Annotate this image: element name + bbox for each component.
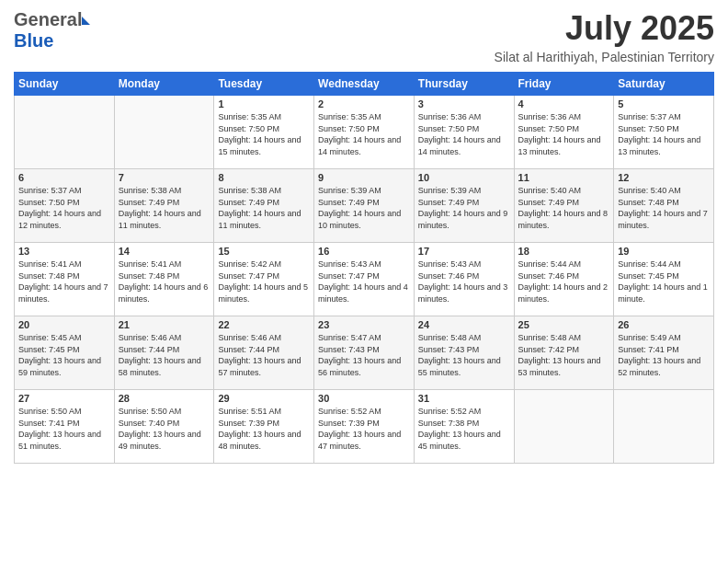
logo-general-text: General: [14, 9, 82, 30]
day-info: Sunrise: 5:36 AM Sunset: 7:50 PM Dayligh…: [518, 111, 610, 157]
header-monday: Monday: [114, 73, 214, 96]
calendar-cell: 10Sunrise: 5:39 AM Sunset: 7:49 PM Dayli…: [414, 169, 514, 243]
calendar-cell: 31Sunrise: 5:52 AM Sunset: 7:38 PM Dayli…: [414, 390, 514, 464]
calendar-cell: 19Sunrise: 5:44 AM Sunset: 7:45 PM Dayli…: [614, 243, 714, 316]
day-number: 23: [318, 319, 410, 330]
calendar-cell: 20Sunrise: 5:45 AM Sunset: 7:45 PM Dayli…: [15, 316, 115, 390]
day-number: 16: [318, 246, 410, 257]
calendar-page: General Blue July 2025 Silat al Harithiy…: [0, 0, 728, 563]
day-number: 29: [218, 393, 310, 404]
calendar-cell: 9Sunrise: 5:39 AM Sunset: 7:49 PM Daylig…: [314, 169, 415, 243]
calendar-cell: 3Sunrise: 5:36 AM Sunset: 7:50 PM Daylig…: [414, 96, 514, 169]
day-info: Sunrise: 5:38 AM Sunset: 7:49 PM Dayligh…: [119, 185, 210, 231]
calendar-table: Sunday Monday Tuesday Wednesday Thursday…: [14, 72, 714, 464]
day-info: Sunrise: 5:43 AM Sunset: 7:47 PM Dayligh…: [318, 259, 410, 304]
day-info: Sunrise: 5:35 AM Sunset: 7:50 PM Dayligh…: [218, 111, 310, 157]
day-number: 15: [218, 246, 310, 257]
day-info: Sunrise: 5:39 AM Sunset: 7:49 PM Dayligh…: [318, 185, 410, 231]
calendar-cell: 2Sunrise: 5:35 AM Sunset: 7:50 PM Daylig…: [314, 96, 415, 169]
day-number: 12: [618, 172, 710, 183]
day-info: Sunrise: 5:48 AM Sunset: 7:43 PM Dayligh…: [418, 332, 510, 378]
day-info: Sunrise: 5:37 AM Sunset: 7:50 PM Dayligh…: [18, 185, 110, 231]
day-number: 21: [119, 319, 210, 330]
day-number: 25: [518, 319, 610, 330]
day-number: 26: [618, 319, 710, 330]
day-number: 4: [518, 98, 610, 109]
title-section: July 2025 Silat al Harithiyah, Palestini…: [495, 9, 714, 64]
calendar-cell: 25Sunrise: 5:48 AM Sunset: 7:42 PM Dayli…: [514, 316, 614, 390]
calendar-week-row: 13Sunrise: 5:41 AM Sunset: 7:48 PM Dayli…: [15, 243, 714, 316]
calendar-cell: 11Sunrise: 5:40 AM Sunset: 7:49 PM Dayli…: [514, 169, 614, 243]
day-info: Sunrise: 5:48 AM Sunset: 7:42 PM Dayligh…: [518, 332, 610, 378]
day-info: Sunrise: 5:44 AM Sunset: 7:46 PM Dayligh…: [518, 259, 610, 304]
day-number: 8: [218, 172, 310, 183]
day-info: Sunrise: 5:49 AM Sunset: 7:41 PM Dayligh…: [618, 332, 710, 378]
calendar-cell: 23Sunrise: 5:47 AM Sunset: 7:43 PM Dayli…: [314, 316, 415, 390]
header: General Blue July 2025 Silat al Harithiy…: [14, 9, 714, 64]
day-number: 1: [218, 98, 310, 109]
calendar-cell: 13Sunrise: 5:41 AM Sunset: 7:48 PM Dayli…: [15, 243, 115, 316]
day-info: Sunrise: 5:50 AM Sunset: 7:40 PM Dayligh…: [119, 406, 210, 452]
day-number: 11: [518, 172, 610, 183]
calendar-cell: 26Sunrise: 5:49 AM Sunset: 7:41 PM Dayli…: [614, 316, 714, 390]
day-info: Sunrise: 5:37 AM Sunset: 7:50 PM Dayligh…: [618, 111, 710, 157]
calendar-cell: [614, 390, 714, 464]
calendar-cell: [15, 96, 115, 169]
day-number: 7: [119, 172, 210, 183]
day-info: Sunrise: 5:44 AM Sunset: 7:45 PM Dayligh…: [618, 259, 710, 304]
day-number: 6: [18, 172, 110, 183]
day-info: Sunrise: 5:47 AM Sunset: 7:43 PM Dayligh…: [318, 332, 410, 378]
header-sunday: Sunday: [15, 73, 115, 96]
month-year-title: July 2025: [495, 9, 714, 48]
day-number: 18: [518, 246, 610, 257]
day-number: 28: [119, 393, 210, 404]
day-info: Sunrise: 5:50 AM Sunset: 7:41 PM Dayligh…: [18, 406, 110, 452]
calendar-cell: 30Sunrise: 5:52 AM Sunset: 7:39 PM Dayli…: [314, 390, 415, 464]
calendar-cell: 16Sunrise: 5:43 AM Sunset: 7:47 PM Dayli…: [314, 243, 415, 316]
day-number: 5: [618, 98, 710, 109]
logo: General Blue: [14, 9, 90, 52]
calendar-cell: 15Sunrise: 5:42 AM Sunset: 7:47 PM Dayli…: [214, 243, 314, 316]
day-number: 30: [318, 393, 410, 404]
header-wednesday: Wednesday: [314, 73, 415, 96]
day-number: 20: [18, 319, 110, 330]
calendar-cell: 4Sunrise: 5:36 AM Sunset: 7:50 PM Daylig…: [514, 96, 614, 169]
day-number: 27: [18, 393, 110, 404]
calendar-week-row: 27Sunrise: 5:50 AM Sunset: 7:41 PM Dayli…: [15, 390, 714, 464]
calendar-cell: 22Sunrise: 5:46 AM Sunset: 7:44 PM Dayli…: [214, 316, 314, 390]
day-info: Sunrise: 5:36 AM Sunset: 7:50 PM Dayligh…: [418, 111, 510, 157]
day-number: 3: [418, 98, 510, 109]
day-number: 17: [418, 246, 510, 257]
calendar-cell: 21Sunrise: 5:46 AM Sunset: 7:44 PM Dayli…: [114, 316, 214, 390]
day-info: Sunrise: 5:52 AM Sunset: 7:39 PM Dayligh…: [318, 406, 410, 452]
day-number: 2: [318, 98, 410, 109]
calendar-cell: 29Sunrise: 5:51 AM Sunset: 7:39 PM Dayli…: [214, 390, 314, 464]
calendar-cell: 17Sunrise: 5:43 AM Sunset: 7:46 PM Dayli…: [414, 243, 514, 316]
day-info: Sunrise: 5:35 AM Sunset: 7:50 PM Dayligh…: [318, 111, 410, 157]
day-info: Sunrise: 5:46 AM Sunset: 7:44 PM Dayligh…: [119, 332, 210, 378]
day-info: Sunrise: 5:51 AM Sunset: 7:39 PM Dayligh…: [218, 406, 310, 452]
calendar-cell: 28Sunrise: 5:50 AM Sunset: 7:40 PM Dayli…: [114, 390, 214, 464]
day-number: 9: [318, 172, 410, 183]
calendar-cell: 6Sunrise: 5:37 AM Sunset: 7:50 PM Daylig…: [15, 169, 115, 243]
day-info: Sunrise: 5:41 AM Sunset: 7:48 PM Dayligh…: [119, 259, 210, 304]
calendar-cell: [114, 96, 214, 169]
calendar-week-row: 20Sunrise: 5:45 AM Sunset: 7:45 PM Dayli…: [15, 316, 714, 390]
calendar-cell: 8Sunrise: 5:38 AM Sunset: 7:49 PM Daylig…: [214, 169, 314, 243]
header-thursday: Thursday: [414, 73, 514, 96]
logo-icon: [82, 17, 90, 25]
calendar-cell: [514, 390, 614, 464]
calendar-cell: 12Sunrise: 5:40 AM Sunset: 7:48 PM Dayli…: [614, 169, 714, 243]
header-tuesday: Tuesday: [214, 73, 314, 96]
day-info: Sunrise: 5:46 AM Sunset: 7:44 PM Dayligh…: [218, 332, 310, 378]
day-number: 13: [18, 246, 110, 257]
day-number: 31: [418, 393, 510, 404]
day-info: Sunrise: 5:39 AM Sunset: 7:49 PM Dayligh…: [418, 185, 510, 231]
day-number: 22: [218, 319, 310, 330]
header-saturday: Saturday: [614, 73, 714, 96]
day-number: 19: [618, 246, 710, 257]
day-info: Sunrise: 5:40 AM Sunset: 7:48 PM Dayligh…: [618, 185, 710, 231]
day-number: 24: [418, 319, 510, 330]
logo-blue-text: Blue: [14, 30, 53, 51]
calendar-cell: 7Sunrise: 5:38 AM Sunset: 7:49 PM Daylig…: [114, 169, 214, 243]
